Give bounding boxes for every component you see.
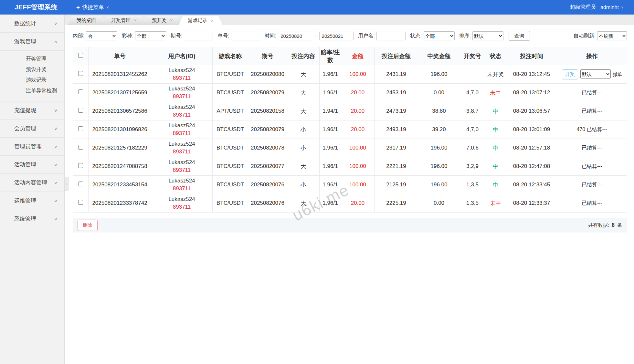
query-button[interactable]: 查询 xyxy=(509,31,530,41)
time-to-input[interactable] xyxy=(319,32,354,40)
status-cell: 中 xyxy=(485,139,506,157)
tab-开奖管理[interactable]: 开奖管理× xyxy=(102,16,146,25)
table-row: 202508201233453154Lukasz524893711BTC/USD… xyxy=(73,176,627,194)
select-all-header xyxy=(73,47,89,65)
sidebar-group-系统管理[interactable]: 系统管理∨ xyxy=(0,210,64,228)
sidebar-item-预设开奖[interactable]: 预设开奖 xyxy=(0,64,64,75)
row-checkbox[interactable] xyxy=(78,71,83,76)
chevron-down-icon: ∨ xyxy=(54,108,58,113)
user-cell: Lukasz524893711 xyxy=(151,176,213,194)
row-checkbox[interactable] xyxy=(78,163,83,168)
user-cell: Lukasz524893711 xyxy=(151,157,213,176)
row-checkbox[interactable] xyxy=(78,200,83,205)
sort-label: 排序: xyxy=(459,33,471,39)
row-checkbox[interactable] xyxy=(78,182,83,186)
sidebar-group-管理员管理[interactable]: 管理员管理∨ xyxy=(0,138,64,156)
sidebar-item-游戏记录[interactable]: 游戏记录 xyxy=(0,75,64,85)
tab-我的桌面[interactable]: 我的桌面 xyxy=(68,16,105,25)
column-header: 赔率/注数 xyxy=(320,47,341,65)
order-input[interactable] xyxy=(231,32,260,40)
table-row: 202508201233378742Lukasz524893711BTC/USD… xyxy=(73,194,627,213)
bet-content-cell: 小 xyxy=(287,120,320,139)
user-id: 893711 xyxy=(151,148,212,156)
order-no-cell: 202508201233378742 xyxy=(89,194,151,213)
sidebar-group-游戏管理[interactable]: 游戏管理∧ xyxy=(0,33,64,51)
total-count: 8 xyxy=(612,222,615,228)
bet-time-cell: 08-20 12:33:45 xyxy=(506,176,557,194)
issue-input[interactable] xyxy=(184,32,213,40)
win-amount-cell: 38.80 xyxy=(418,102,460,120)
odds-cell: 1.96/1 xyxy=(320,120,341,139)
sidebar-group-活动管理[interactable]: 活动管理∨ xyxy=(0,156,64,174)
operation-cell: 已结算--- xyxy=(557,84,627,102)
bet-content-cell: 小 xyxy=(287,139,320,157)
row-checkbox[interactable] xyxy=(78,108,83,113)
column-header: 中奖金额 xyxy=(418,47,460,65)
user-menu[interactable]: adminht ∨ xyxy=(600,5,624,10)
bet-time-cell: 08-20 12:57:18 xyxy=(506,139,557,157)
draw-mode-select[interactable]: 默认 xyxy=(580,69,611,78)
quick-menu-label: 快捷菜单 xyxy=(82,4,104,11)
close-icon[interactable]: × xyxy=(170,18,173,23)
sidebar-group-充值提现[interactable]: 充值提现∨ xyxy=(0,101,64,120)
row-checkbox[interactable] xyxy=(78,126,83,131)
auto-refresh-select[interactable]: 不刷新 xyxy=(597,31,627,40)
user-cell: Lukasz524893711 xyxy=(151,102,213,120)
tab-游戏记录[interactable]: 游戏记录× xyxy=(179,16,222,25)
row-checkbox[interactable] xyxy=(78,89,83,94)
sidebar-group-label: 活动管理 xyxy=(14,161,36,168)
sort-select[interactable]: 默认 xyxy=(472,31,503,40)
order-no-cell: 202508201307125659 xyxy=(89,84,151,102)
row-select-cell xyxy=(73,65,89,84)
win-amount-cell: 196.00 xyxy=(418,176,460,194)
status-select[interactable]: 全部 xyxy=(424,31,455,40)
total-unit: 条 xyxy=(617,222,622,228)
column-header: 单号 xyxy=(89,47,151,65)
chevron-down-icon: ∨ xyxy=(54,144,58,149)
user-cell: Lukasz524893711 xyxy=(151,194,213,213)
sidebar-group-运维管理[interactable]: 运维管理∨ xyxy=(0,192,64,210)
order-no-cell: 202508201233453154 xyxy=(89,176,151,194)
sidebar-collapse-handle[interactable]: ‹ xyxy=(65,177,69,191)
row-checkbox[interactable] xyxy=(78,145,83,150)
operation-cell: 已结算--- xyxy=(557,102,627,120)
after-amount-cell: 2431.19 xyxy=(375,65,418,84)
amount-cell: 20.00 xyxy=(341,120,375,139)
sidebar-group-活动内容管理[interactable]: 活动内容管理∨ xyxy=(0,174,64,192)
plus-icon: + xyxy=(76,4,80,11)
lottery-select[interactable]: 全部 xyxy=(135,31,166,40)
win-amount-cell: 0.00 xyxy=(418,84,460,102)
select-all-checkbox[interactable] xyxy=(78,53,83,58)
issue-cell: 20250820076 xyxy=(248,194,287,213)
amount-cell: 100.00 xyxy=(341,65,375,84)
game-cell: BTC/USDT xyxy=(213,176,248,194)
sidebar-item-注单异常检测[interactable]: 注单异常检测 xyxy=(0,85,64,96)
sidebar-group-数据统计[interactable]: 数据统计∨ xyxy=(0,15,64,33)
bet-content-cell: 大 xyxy=(287,65,320,84)
filter-bar: 内部: 否 彩种: 全部 期号: 单号: 时间: - 用户名: 状态: 全部 排… xyxy=(73,29,627,42)
tab-预开奖[interactable]: 预开奖× xyxy=(143,16,182,25)
username-input[interactable] xyxy=(376,32,406,40)
draw-button[interactable]: 开奖 xyxy=(562,69,578,79)
sidebar-item-开奖管理[interactable]: 开奖管理 xyxy=(0,53,64,64)
row-select-cell xyxy=(73,176,89,194)
cancel-order-link[interactable]: 撤单 xyxy=(613,72,622,77)
internal-select[interactable]: 否 xyxy=(86,31,117,40)
role-label: 超级管理员 xyxy=(570,4,596,11)
column-header: 投注后金额 xyxy=(375,47,418,65)
sidebar-submenu: 开奖管理预设开奖游戏记录注单异常检测 xyxy=(0,51,64,101)
column-header: 游戏名称 xyxy=(213,47,248,65)
sidebar-group-label: 数据统计 xyxy=(14,20,36,27)
status-cell: 未中 xyxy=(485,84,506,102)
status-cell: 未开奖 xyxy=(485,65,506,84)
lottery-label: 彩种: xyxy=(122,33,133,39)
close-icon[interactable]: × xyxy=(134,18,137,23)
odds-cell: 1.94/1 xyxy=(320,102,341,120)
draw-number-cell: 3,8,7 xyxy=(460,102,485,120)
tab-label: 游戏记录 xyxy=(188,17,207,24)
close-icon[interactable]: × xyxy=(211,18,213,23)
quick-menu-button[interactable]: + 快捷菜单 ∨ xyxy=(76,4,109,11)
time-from-input[interactable] xyxy=(278,32,312,40)
sidebar-group-会员管理[interactable]: 会员管理∨ xyxy=(0,120,64,138)
delete-button[interactable]: 删除 xyxy=(78,220,98,231)
